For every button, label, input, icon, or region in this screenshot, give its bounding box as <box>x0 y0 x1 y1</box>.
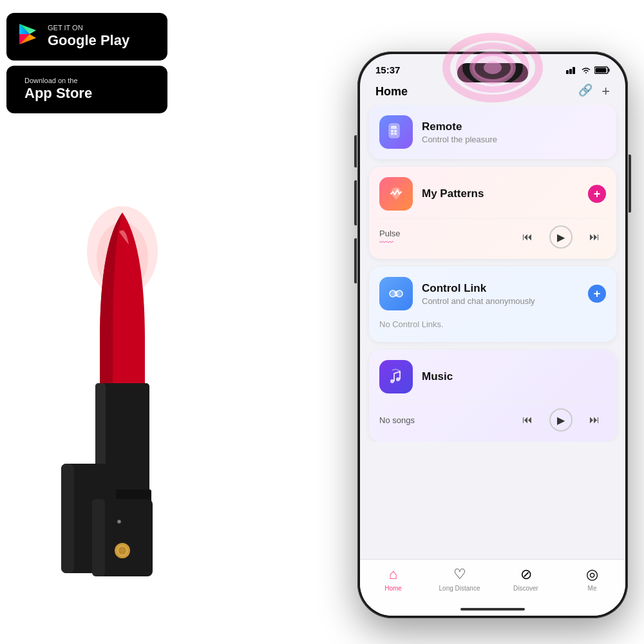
svg-text:$: $ <box>394 290 398 298</box>
tab-home[interactable]: ⌂ Home <box>360 566 426 592</box>
control-link-icon: $ <box>379 277 413 310</box>
me-tab-icon: ◎ <box>586 566 598 583</box>
signal-icon <box>566 66 578 74</box>
patterns-title: My Patterns <box>422 187 579 200</box>
app-content: Remote Control the pleasure <box>360 105 625 442</box>
svg-rect-36 <box>394 130 397 132</box>
control-link-add-button[interactable]: + <box>588 285 606 303</box>
music-controls: No songs ⏮ ▶ ⏭ <box>379 401 606 431</box>
nav-link-icon[interactable]: 🔗 <box>578 83 592 100</box>
control-link-text: Control Link Control and chat anonymousl… <box>422 282 579 306</box>
discover-tab-icon: ⊘ <box>520 566 532 583</box>
playback-controls: ⏮ ▶ ⏭ <box>516 225 606 249</box>
remote-title: Remote <box>422 120 606 133</box>
app-store-badge[interactable]: Download on the App Store <box>6 66 167 113</box>
music-next-button[interactable]: ⏭ <box>583 408 606 431</box>
remote-text: Remote Control the pleasure <box>422 120 606 144</box>
svg-point-25 <box>484 61 502 74</box>
home-tab-label: Home <box>384 585 402 592</box>
nav-add-icon[interactable]: + <box>601 83 610 100</box>
svg-rect-14 <box>92 499 105 576</box>
svg-rect-27 <box>569 69 572 74</box>
prev-button[interactable]: ⏮ <box>516 225 539 249</box>
music-text: Music <box>422 370 606 383</box>
music-title: Music <box>422 370 606 383</box>
patterns-card[interactable]: My Patterns + Pulse 〰〰 ⏮ ▶ ⏭ <box>369 167 616 259</box>
music-playback-controls: ⏮ ▶ ⏭ <box>516 408 606 431</box>
tab-long-distance[interactable]: ♡ Long Distance <box>426 566 493 592</box>
next-button[interactable]: ⏭ <box>583 225 606 249</box>
patterns-label: Pulse 〰〰 <box>379 229 401 246</box>
home-indicator <box>460 608 525 611</box>
svg-rect-35 <box>391 130 393 132</box>
svg-rect-39 <box>391 126 397 129</box>
svg-rect-7 <box>100 338 113 390</box>
patterns-icon <box>379 177 413 211</box>
music-play-button[interactable]: ▶ <box>549 408 573 431</box>
svg-rect-33 <box>390 128 398 137</box>
svg-point-21 <box>118 520 120 523</box>
home-tab-icon: ⌂ <box>389 566 397 583</box>
google-play-icon <box>17 23 40 51</box>
music-icon <box>379 360 413 393</box>
long-distance-tab-label: Long Distance <box>439 585 480 592</box>
long-distance-tab-icon: ♡ <box>453 566 466 583</box>
svg-rect-37 <box>391 133 393 135</box>
svg-rect-28 <box>573 67 575 74</box>
control-link-subtitle: Control and chat anonymously <box>422 296 579 306</box>
status-icons <box>566 66 610 74</box>
lipstick-device <box>52 193 232 592</box>
nav-title: Home <box>375 85 408 99</box>
play-button[interactable]: ▶ <box>549 225 573 249</box>
app-store-text: Download on the App Store <box>24 77 92 102</box>
remote-subtitle: Control the pleasure <box>422 135 606 144</box>
phone-screen: 15:37 <box>360 54 625 616</box>
google-play-text: GET IT ON Google Play <box>48 24 129 50</box>
me-tab-label: Me <box>588 585 597 592</box>
music-prev-button[interactable]: ⏮ <box>516 408 539 431</box>
music-card[interactable]: Music No songs ⏮ ▶ ⏭ <box>369 350 616 442</box>
google-play-badge[interactable]: GET IT ON Google Play <box>6 13 167 61</box>
remote-icon <box>379 115 413 149</box>
no-songs-label: No songs <box>379 415 415 425</box>
patterns-add-button[interactable]: + <box>588 185 606 203</box>
svg-rect-26 <box>566 70 569 74</box>
control-link-card[interactable]: $ Control Link Control and chat anonymou… <box>369 267 616 342</box>
discover-tab-label: Discover <box>513 585 538 592</box>
nav-icons: 🔗 + <box>578 83 610 100</box>
store-badges: GET IT ON Google Play Download on the Ap… <box>6 13 167 113</box>
tab-bar: ⌂ Home ♡ Long Distance ⊘ Discover ◎ Me <box>360 559 625 616</box>
svg-rect-12 <box>61 464 74 573</box>
remote-card[interactable]: Remote Control the pleasure <box>369 105 616 159</box>
status-time: 15:37 <box>375 64 400 75</box>
svg-rect-31 <box>596 68 607 72</box>
battery-icon <box>594 66 610 74</box>
patterns-controls: Pulse 〰〰 ⏮ ▶ ⏭ <box>379 218 606 249</box>
no-control-links: No Control Links. <box>379 316 606 332</box>
wifi-icon <box>581 66 591 74</box>
svg-rect-30 <box>609 68 610 71</box>
patterns-text: My Patterns <box>422 187 579 200</box>
phone: 15:37 <box>357 52 628 618</box>
tab-me[interactable]: ◎ Me <box>559 566 625 592</box>
control-link-title: Control Link <box>422 282 579 295</box>
svg-rect-38 <box>394 133 397 135</box>
tab-discover[interactable]: ⊘ Discover <box>493 566 559 592</box>
phone-outer: 15:37 <box>357 52 628 618</box>
